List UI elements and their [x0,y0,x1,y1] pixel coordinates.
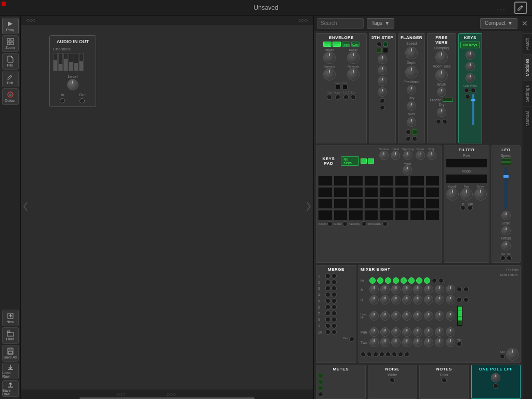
flanger-in-port[interactable] [406,136,411,141]
mixer-two-knob-4[interactable] [402,338,411,347]
merge-port-6b[interactable] [331,304,337,310]
filter-drive-knob[interactable] [474,188,487,201]
keys-pad-led-1[interactable] [361,158,367,164]
search-input[interactable] [317,18,364,29]
merge-port-5b[interactable] [331,298,337,303]
merge-port-9b[interactable] [331,323,337,328]
mixer-a-knob-3[interactable] [391,285,401,294]
mixer-master-knob[interactable] [506,348,518,361]
reverb-out-port[interactable] [442,119,447,124]
canvas-left-arrow[interactable] [23,202,28,214]
merge-port-10a[interactable] [325,329,330,335]
mixer-b-knob-5[interactable] [413,295,422,304]
colour-button[interactable]: Colour [2,88,19,105]
mixer-lohi-knob-1[interactable] [369,311,379,321]
velo-toggle[interactable] [336,85,341,90]
pad-1-7[interactable] [410,176,424,186]
tab-manual[interactable]: Manual [523,107,532,131]
mixer-in-port-6[interactable] [392,352,397,357]
canvas-nav-left[interactable]: <<< [26,18,35,23]
pad-2-2[interactable] [334,187,348,197]
mixer-two-knob-5[interactable] [413,338,422,347]
play-button[interactable]: ▶ Play [2,18,19,34]
pad-poly-knob[interactable] [427,151,436,160]
mixer-pan-knob-8[interactable] [446,327,455,337]
load-row-button[interactable]: Load Row [2,363,19,379]
envelope-mode-btn[interactable]: Mode [323,42,331,47]
mute-led-2[interactable] [318,379,323,384]
keys-vout-port[interactable] [465,94,470,99]
mixer-two-knob-8[interactable] [446,338,455,347]
pad-1-1[interactable] [318,176,332,186]
edit-icon[interactable] [514,2,527,14]
mixer-hi-led-5[interactable] [401,277,407,284]
mixer-in-port-5[interactable] [385,352,391,357]
step-port-1[interactable] [377,42,382,47]
reverb-in-port[interactable] [436,119,441,124]
reverb-width-knob[interactable] [437,87,446,97]
mixer-lohi-knob-8[interactable] [446,311,455,321]
pad-4-3[interactable] [349,210,363,220]
mixer-a-knob-5[interactable] [413,285,422,294]
canvas-right-arrow[interactable] [306,202,311,214]
pad-velocity-port[interactable] [362,221,367,227]
pad-scale-knob[interactable] [416,151,425,160]
mixer-pan-knob-3[interactable] [391,327,401,337]
mixer-master-port[interactable] [500,354,505,359]
step-port-2[interactable] [383,42,388,47]
bottom-nav-left[interactable]: <<< [116,392,126,397]
5th-step-knob-1[interactable] [378,55,387,64]
mixer-b-knob-4[interactable] [402,295,411,304]
mixer-in-port-2[interactable] [367,352,372,357]
pad-1-3[interactable] [349,176,363,186]
mixer-lohi-knob-2[interactable] [380,311,390,321]
mixer-two-knob-3[interactable] [391,338,401,347]
lfo-offset-knob[interactable] [501,241,511,250]
in-port[interactable] [60,98,65,103]
tab-patch[interactable]: Patch [523,33,532,54]
mixer-a-port-2[interactable] [463,287,469,292]
mixer-hi-led-6[interactable] [408,277,415,284]
flanger-dry-knob[interactable] [407,101,416,111]
merge-port-6a[interactable] [325,304,330,310]
merge-port-2b[interactable] [331,280,337,285]
reverb-damping-knob[interactable] [435,51,448,63]
merge-port-3b[interactable] [331,286,337,291]
merge-port-10b[interactable] [331,329,337,335]
reverb-roomsize-knob[interactable] [435,69,448,82]
pad-spacing-knob[interactable] [403,151,413,160]
keys-pad-no-keys-tag[interactable]: No Keys [341,156,359,166]
flanger-mono-port[interactable] [406,129,411,135]
flanger-speed-knob[interactable] [405,47,418,59]
mixer-b-knob-7[interactable] [435,295,444,304]
pad-1-5[interactable] [379,176,394,186]
keys-press-port[interactable] [471,88,476,93]
out-port[interactable] [79,98,85,103]
envelope-reset-btn[interactable]: Reset [342,42,350,47]
freeze-toggle[interactable] [443,98,453,102]
5th-step-out-port[interactable] [380,105,385,110]
tab-modules[interactable]: Modules [523,54,532,81]
trigger-port[interactable] [335,95,340,100]
decay-knob[interactable] [347,51,360,64]
mixer-in-port-7[interactable] [398,352,403,357]
save-as-button[interactable]: Save As [2,345,19,362]
pad-3-6[interactable] [395,198,409,209]
keys-pitch-slider[interactable] [472,94,474,125]
flanger-wet-knob[interactable] [407,117,416,127]
mixer-a-knob-6[interactable] [424,285,433,294]
merge-port-4b[interactable] [331,292,337,297]
release-knob[interactable] [347,68,360,81]
keys-knob-2[interactable] [466,62,475,71]
merge-port-7b[interactable] [331,311,337,316]
mixer-two-knob-2[interactable] [380,338,390,347]
mixer-vol-port[interactable] [457,341,462,347]
merge-port-8a[interactable] [325,317,330,322]
pad-gate-port[interactable] [342,221,348,227]
mixer-two-knob-7[interactable] [435,338,444,347]
out-toggle[interactable] [342,85,348,90]
merge-port-4a[interactable] [325,292,330,297]
filter-res-knob[interactable] [460,188,473,201]
pad-initial-knob[interactable] [391,151,400,160]
merge-port-9a[interactable] [325,323,330,328]
